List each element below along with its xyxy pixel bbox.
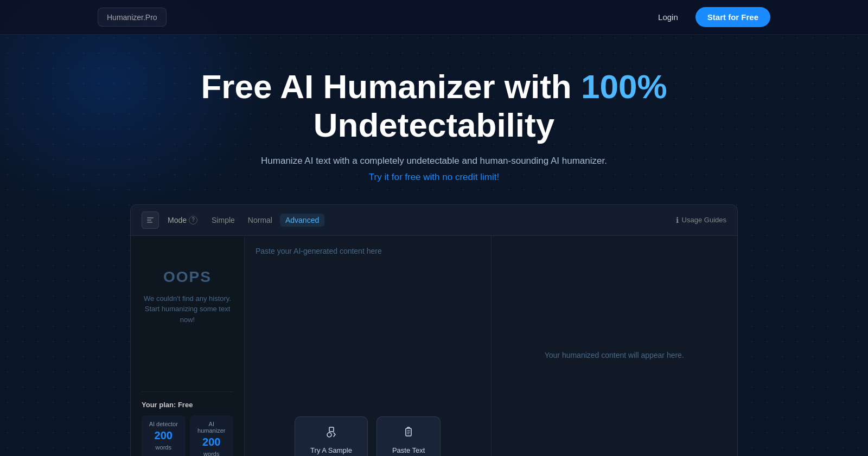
stat-humanizer-title: AI humanizer [195,421,228,434]
hero-section: Free AI Humanizer with 100% Undetectabil… [0,35,868,204]
svg-rect-1 [147,220,151,221]
hero-title-highlight: 100% [581,68,667,105]
stat-humanizer-value: 200 [195,436,228,448]
svg-point-4 [327,433,331,437]
stat-ai-detector: AI detector 200 words [142,415,186,456]
card-content: OOPS We couldn't find any history. Start… [131,236,737,456]
nav-right: Login Start for Free [649,7,770,27]
mode-help-icon: ? [189,216,197,224]
output-pane: Your humanized content will appear here. [492,236,738,456]
plan-stats: AI detector 200 words AI humanizer 200 w… [142,415,233,456]
oops-label: OOPS [163,268,212,286]
logo: Humanizer.Pro [98,8,167,27]
hero-title-part2: Undetectability [314,106,554,144]
mode-label: Mode ? [168,216,197,224]
stat-detector-title: AI detector [147,421,180,427]
mode-simple[interactable]: Simple [206,214,240,227]
usage-guides-label: Usage Guides [682,216,726,224]
svg-rect-3 [329,427,334,432]
card-topbar: Mode ? Simple Normal Advanced ℹ Usage Gu… [131,205,737,236]
navbar: Humanizer.Pro Login Start for Free [0,0,868,35]
hero-title: Free AI Humanizer with 100% Undetectabil… [11,67,857,145]
text-input[interactable] [245,236,491,406]
hero-title-part1: Free AI Humanizer with [201,68,581,105]
svg-rect-0 [147,217,154,219]
sidebar-toggle-button[interactable] [142,211,159,229]
hero-subtitle: Humanize AI text with a completely undet… [11,156,857,166]
paste-text-label: Paste Text [392,446,425,454]
input-pane: Paste your AI-generated content here [245,236,491,406]
sidebar-empty-message: We couldn't find any history. Start huma… [142,293,233,325]
output-placeholder: Your humanized content will appear here. [545,351,684,359]
svg-rect-2 [147,222,152,223]
history-sidebar: OOPS We couldn't find any history. Start… [131,236,245,456]
hero-link[interactable]: Try it for free with no credit limit! [369,172,499,182]
try-sample-label: Try A Sample [310,446,352,454]
usage-guides-button[interactable]: ℹ Usage Guides [676,216,726,224]
stat-ai-humanizer: AI humanizer 200 words [190,415,234,456]
start-free-button[interactable]: Start for Free [695,7,770,27]
logo-suffix: .Pro [143,13,157,22]
stat-humanizer-unit: words [203,451,219,456]
mode-advanced[interactable]: Advanced [280,214,324,227]
try-sample-icon [325,426,338,442]
stat-detector-unit: words [156,444,171,451]
sidebar-footer: Your plan: Free AI detector 200 words AI… [142,391,233,456]
mode-controls: Mode ? Simple Normal Advanced [142,211,324,229]
plan-label: Your plan: Free [142,401,233,409]
try-sample-button[interactable]: Try A Sample [295,416,368,456]
paste-text-button[interactable]: Paste Text [376,416,441,456]
app-card: Mode ? Simple Normal Advanced ℹ Usage Gu… [130,204,738,456]
login-button[interactable]: Login [649,8,687,26]
action-buttons-area: Try A Sample Paste Text [245,406,491,456]
stat-detector-value: 200 [147,429,180,442]
mode-options: Simple Normal Advanced [206,214,324,227]
paste-text-icon [402,426,415,442]
usage-guides-icon: ℹ [676,216,679,224]
mode-normal[interactable]: Normal [242,214,278,227]
editor-area: Paste your AI-generated content here Try… [245,236,492,456]
logo-brand: Humanizer [107,13,143,22]
